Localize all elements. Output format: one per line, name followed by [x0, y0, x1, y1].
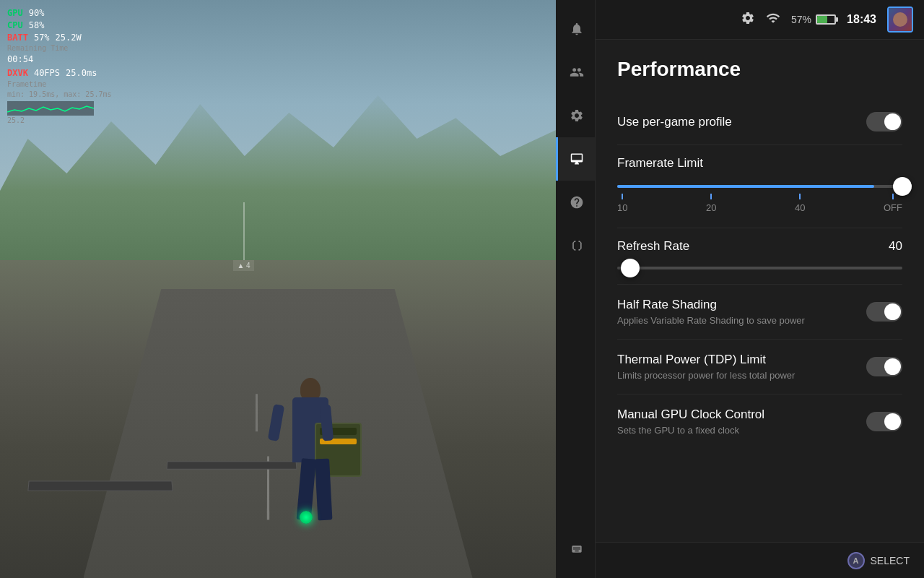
hud-batt-remaining: Remaining Time [7, 43, 112, 53]
framerate-slider-track[interactable] [617, 185, 902, 188]
hud-cpu-label: CPU [7, 20, 23, 32]
select-button-group[interactable]: A SELECT [847, 552, 910, 569]
thermal-power-label: Thermal Power (TDP) Limit [617, 353, 866, 367]
hud-ms-value: 25.0ms [66, 67, 97, 79]
refresh-rate-section: Refresh Rate 40 [617, 228, 902, 285]
manual-gpu-clock-row: Manual GPU Clock Control Sets the GPU to… [617, 394, 902, 449]
sidebar-item-notifications[interactable] [556, 7, 595, 51]
sidebar [556, 0, 596, 578]
manual-gpu-clock-toggle[interactable] [866, 412, 902, 431]
bell-icon [569, 21, 585, 37]
hud-batt-label: BATT [7, 32, 28, 44]
sidebar-item-power[interactable] [556, 224, 595, 267]
sidebar-item-keyboard[interactable] [556, 527, 595, 571]
power-icon [569, 238, 585, 254]
hud-gpu-value: 90% [29, 7, 45, 20]
thermal-power-toggle[interactable] [866, 357, 902, 376]
refresh-slider-track[interactable] [617, 267, 902, 269]
thermal-power-row: Thermal Power (TDP) Limit Limits process… [617, 340, 902, 394]
half-rate-shading-row: Half Rate Shading Applies Variable Rate … [617, 285, 902, 340]
per-game-profile-row: Use per-game profile [617, 99, 902, 145]
hud-frametime-details: min: 19.5ms, max: 25.7ms [7, 90, 112, 100]
manual-gpu-clock-sublabel: Sets the GPU to a fixed clock [617, 425, 866, 436]
content-area: Performance Use per-game profile Framera… [596, 40, 924, 542]
refresh-slider-thumb[interactable] [621, 259, 640, 277]
marker-tick [622, 194, 623, 199]
hud-batt-power: 25.2W [56, 32, 82, 44]
hud-batt-time: 00:54 [7, 53, 112, 66]
framerate-markers: 10 20 40 OFF [617, 194, 902, 213]
hud-dxvk-label: DXVK [7, 67, 28, 79]
refresh-rate-header: Refresh Rate 40 [617, 239, 902, 254]
battery-percent: 57% [791, 14, 811, 25]
manual-gpu-clock-label: Manual GPU Clock Control [617, 407, 866, 422]
marker-off: OFF [884, 194, 902, 213]
hud-gpu-label: GPU [7, 7, 23, 20]
per-game-profile-toggle[interactable] [866, 112, 902, 131]
top-bar: 57% 18:43 [596, 0, 924, 40]
settings-icon[interactable] [741, 11, 755, 29]
marker-label-40: 40 [795, 202, 805, 213]
framerate-limit-section: Framerate Limit 10 20 40 [617, 145, 902, 228]
hud-overlay: GPU 90% CPU 58% BATT 57% 25.2W Remaining… [7, 7, 112, 126]
marker-20: 20 [706, 194, 716, 213]
gear-icon [569, 108, 585, 124]
half-rate-shading-toggle[interactable] [866, 302, 902, 322]
sidebar-item-display[interactable] [556, 137, 595, 181]
avatar[interactable] [887, 7, 913, 33]
marker-label-off: OFF [884, 202, 902, 213]
framerate-slider-thumb[interactable] [893, 177, 912, 196]
sidebar-item-help[interactable] [556, 181, 595, 224]
page-title: Performance [617, 58, 902, 81]
battery-indicator: 57% [791, 14, 836, 25]
right-panel: 57% 18:43 Performance Use per-game profi… [596, 0, 924, 578]
people-icon [569, 64, 585, 80]
hud-batt-value: 57% [34, 32, 50, 44]
half-rate-shading-sublabel: Applies Variable Rate Shading to save po… [617, 315, 866, 326]
marker-tick [799, 194, 801, 199]
sidebar-item-settings[interactable] [556, 94, 595, 137]
marker-tick [892, 194, 894, 199]
marker-label-20: 20 [706, 202, 716, 213]
game-viewport: ▲ 4 GPU 90% CPU 58% BATT 57% 25.2W Remai… [0, 0, 556, 578]
refresh-rate-label: Refresh Rate [617, 239, 689, 254]
thermal-power-sublabel: Limits processor power for less total po… [617, 370, 866, 381]
hud-frametime-value: 25.2 [7, 116, 112, 126]
hud-fps-value: 40FPS [34, 67, 60, 79]
wifi-icon[interactable] [766, 11, 780, 29]
hud-frametime-label: Frametime [7, 79, 112, 90]
select-label: SELECT [871, 555, 910, 566]
display-icon [569, 151, 585, 167]
bottom-bar: A SELECT [596, 542, 924, 578]
half-rate-shading-label: Half Rate Shading [617, 298, 866, 312]
keyboard-icon [569, 541, 585, 557]
framerate-slider-container [617, 185, 902, 188]
marker-40: 40 [795, 194, 805, 213]
clock: 18:43 [847, 13, 876, 26]
question-icon [569, 194, 585, 210]
sidebar-item-friends[interactable] [556, 51, 595, 94]
frametime-graph [7, 101, 94, 116]
marker-tick [710, 194, 712, 199]
marker-10: 10 [617, 194, 627, 213]
framerate-limit-label: Framerate Limit [617, 156, 902, 171]
refresh-rate-value: 40 [889, 239, 902, 254]
hud-cpu-value: 58% [29, 20, 45, 32]
a-button[interactable]: A [847, 552, 865, 569]
marker-label-10: 10 [617, 202, 627, 213]
battery-icon [816, 14, 836, 25]
per-game-profile-label: Use per-game profile [617, 115, 866, 129]
